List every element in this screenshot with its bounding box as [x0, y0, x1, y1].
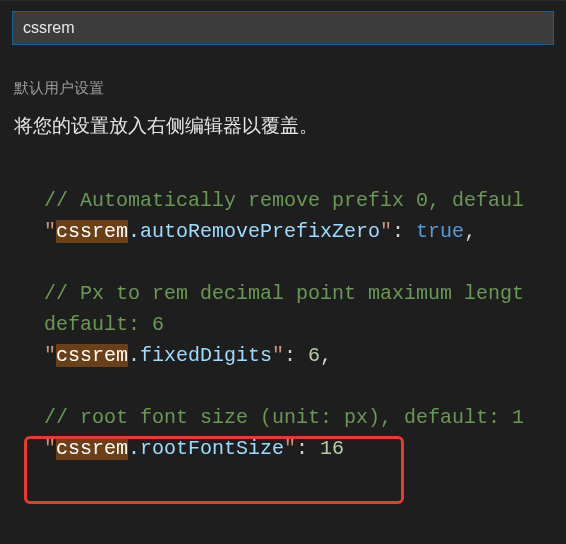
setting-row[interactable]: "cssrem.fixedDigits": 6, — [44, 340, 566, 371]
setting-comment: default: 6 — [44, 309, 566, 340]
search-wrap — [0, 1, 566, 45]
setting-comment: // Automatically remove prefix 0, defaul — [44, 185, 566, 216]
setting-comment: // Px to rem decimal point maximum lengt — [44, 278, 566, 309]
setting-comment: // root font size (unit: px), default: 1 — [44, 402, 566, 433]
blank-line — [44, 247, 566, 278]
setting-row[interactable]: "cssrem.autoRemovePrefixZero": true, — [44, 216, 566, 247]
section-title-default-user-settings: 默认用户设置 — [14, 79, 566, 98]
settings-editor: 默认用户设置 将您的设置放入右侧编辑器以覆盖。 // Automatically… — [0, 0, 566, 544]
settings-code-block: // Automatically remove prefix 0, defaul… — [0, 185, 566, 464]
settings-description: 将您的设置放入右侧编辑器以覆盖。 — [14, 112, 552, 141]
setting-row[interactable]: "cssrem.rootFontSize": 16 — [44, 433, 566, 464]
settings-search-input[interactable] — [12, 11, 554, 45]
blank-line — [44, 371, 566, 402]
